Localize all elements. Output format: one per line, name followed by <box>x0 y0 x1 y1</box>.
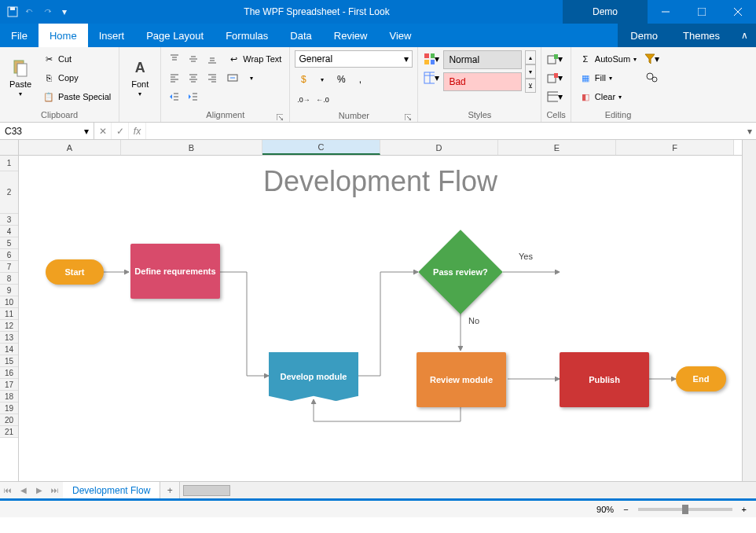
select-all-corner[interactable] <box>0 140 18 156</box>
clear-button[interactable]: ◧Clear▾ <box>576 88 640 105</box>
collapse-ribbon-icon[interactable]: ∧ <box>732 24 756 47</box>
col-header-D[interactable]: D <box>380 140 498 155</box>
align-left-icon[interactable] <box>166 69 183 86</box>
row-header[interactable]: 20 <box>0 414 18 426</box>
merge-dropdown-icon[interactable]: ▾ <box>243 69 260 86</box>
decrease-indent-icon[interactable] <box>166 88 183 105</box>
row-header[interactable]: 18 <box>0 391 18 403</box>
row-header[interactable]: 17 <box>0 379 18 391</box>
cells-area[interactable]: Development Flow Start Define requrement… <box>19 156 742 481</box>
row-header[interactable]: 1 <box>0 156 18 171</box>
cut-button[interactable]: ✂Cut <box>39 50 114 68</box>
first-sheet-icon[interactable]: ⏮ <box>0 482 16 498</box>
zoom-thumb[interactable] <box>682 505 688 514</box>
maximize-button[interactable] <box>684 0 720 24</box>
fx-icon[interactable]: fx <box>129 123 146 139</box>
row-header[interactable]: 2 <box>0 171 18 214</box>
align-center-icon[interactable] <box>185 69 202 86</box>
currency-icon[interactable]: $ <box>295 71 312 88</box>
zoom-in-button[interactable]: + <box>739 505 750 514</box>
tab-review[interactable]: Review <box>323 24 379 47</box>
tab-demo[interactable]: Demo <box>618 24 670 47</box>
tab-formulas[interactable]: Formulas <box>215 24 279 47</box>
style-bad[interactable]: Bad <box>443 72 522 91</box>
row-header[interactable]: 12 <box>0 320 18 332</box>
row-header[interactable]: 11 <box>0 308 18 320</box>
shape-start[interactable]: Start <box>46 259 104 285</box>
find-icon[interactable] <box>643 69 660 86</box>
copy-button[interactable]: ⎘Copy <box>39 69 114 86</box>
comma-icon[interactable]: , <box>351 71 369 88</box>
sort-filter-icon[interactable]: ▾ <box>643 50 660 68</box>
tab-page-layout[interactable]: Page Layout <box>135 24 215 47</box>
shape-publish[interactable]: Publish <box>560 352 649 407</box>
minimize-button[interactable] <box>648 0 684 24</box>
row-header[interactable]: 15 <box>0 355 18 367</box>
last-sheet-icon[interactable]: ⏭ <box>47 482 63 498</box>
cancel-formula-icon[interactable]: ✕ <box>94 123 112 139</box>
col-header-A[interactable]: A <box>19 140 121 155</box>
enter-formula-icon[interactable]: ✓ <box>112 123 129 139</box>
row-header[interactable]: 16 <box>0 367 18 379</box>
tab-home[interactable]: Home <box>39 24 88 47</box>
shape-end[interactable]: End <box>676 366 726 391</box>
align-middle-icon[interactable] <box>185 50 202 68</box>
style-normal[interactable]: Normal <box>443 50 522 69</box>
tab-view[interactable]: View <box>378 24 422 47</box>
merge-cells-icon[interactable] <box>224 69 241 86</box>
col-header-F[interactable]: F <box>616 140 734 155</box>
row-header[interactable]: 19 <box>0 403 18 414</box>
tab-themes[interactable]: Themes <box>670 24 732 47</box>
format-table-icon[interactable]: ▾ <box>423 69 440 86</box>
wrap-text-button[interactable]: ↩Wrap Text <box>224 50 284 68</box>
currency-dropdown-icon[interactable]: ▾ <box>314 71 331 88</box>
next-sheet-icon[interactable]: ▶ <box>31 482 47 498</box>
increase-decimal-icon[interactable]: .0→ <box>295 91 312 108</box>
col-header-C[interactable]: C <box>262 140 380 155</box>
row-header[interactable]: 10 <box>0 296 18 308</box>
row-header[interactable]: 8 <box>0 273 18 285</box>
chevron-down-icon[interactable]: ▾ <box>84 126 89 137</box>
save-icon[interactable] <box>6 6 19 18</box>
close-button[interactable] <box>720 0 756 24</box>
number-format-combo[interactable]: General▾ <box>295 50 413 68</box>
fill-button[interactable]: ▦Fill▾ <box>576 69 640 86</box>
row-header[interactable]: 14 <box>0 344 18 355</box>
zoom-out-button[interactable]: − <box>620 505 631 514</box>
shape-develop[interactable]: Develop module <box>269 352 358 401</box>
row-header[interactable]: 5 <box>0 237 18 249</box>
name-box[interactable]: C33▾ <box>0 123 94 139</box>
row-header[interactable]: 21 <box>0 426 18 438</box>
add-sheet-button[interactable]: + <box>160 482 179 498</box>
align-top-icon[interactable] <box>166 50 183 68</box>
row-header[interactable]: 3 <box>0 214 18 226</box>
delete-cells-icon[interactable]: ▾ <box>546 69 563 86</box>
row-header[interactable]: 9 <box>0 285 18 296</box>
insert-cells-icon[interactable]: ▾ <box>546 50 563 68</box>
row-header[interactable]: 13 <box>0 332 18 344</box>
autosum-button[interactable]: ΣAutoSum▾ <box>576 50 640 68</box>
styles-down-icon[interactable]: ▾ <box>525 64 536 79</box>
row-header[interactable]: 4 <box>0 226 18 237</box>
paste-button[interactable]: Paste ▾ <box>5 50 36 105</box>
zoom-slider[interactable] <box>638 508 732 511</box>
align-right-icon[interactable] <box>204 69 221 86</box>
styles-more-icon[interactable]: ⊻ <box>525 79 536 93</box>
qat-dropdown-icon[interactable]: ▾ <box>58 6 71 18</box>
redo-icon[interactable] <box>41 6 53 18</box>
vertical-scrollbar[interactable] <box>742 140 756 481</box>
dialog-launcher-icon[interactable] <box>405 112 413 120</box>
row-header[interactable]: 7 <box>0 261 18 273</box>
formula-input[interactable] <box>146 123 743 139</box>
tab-data[interactable]: Data <box>279 24 322 47</box>
scroll-thumb[interactable] <box>183 485 230 496</box>
col-header-E[interactable]: E <box>498 140 616 155</box>
paste-special-button[interactable]: 📋Paste Special <box>39 88 114 105</box>
increase-indent-icon[interactable] <box>185 88 202 105</box>
font-button[interactable]: A Font ▾ <box>124 50 156 105</box>
dialog-launcher-icon[interactable] <box>277 112 284 120</box>
sheet-tab-active[interactable]: Development Flow <box>63 482 160 498</box>
col-header-B[interactable]: B <box>121 140 262 155</box>
prev-sheet-icon[interactable]: ◀ <box>16 482 31 498</box>
styles-up-icon[interactable]: ▴ <box>525 50 536 64</box>
